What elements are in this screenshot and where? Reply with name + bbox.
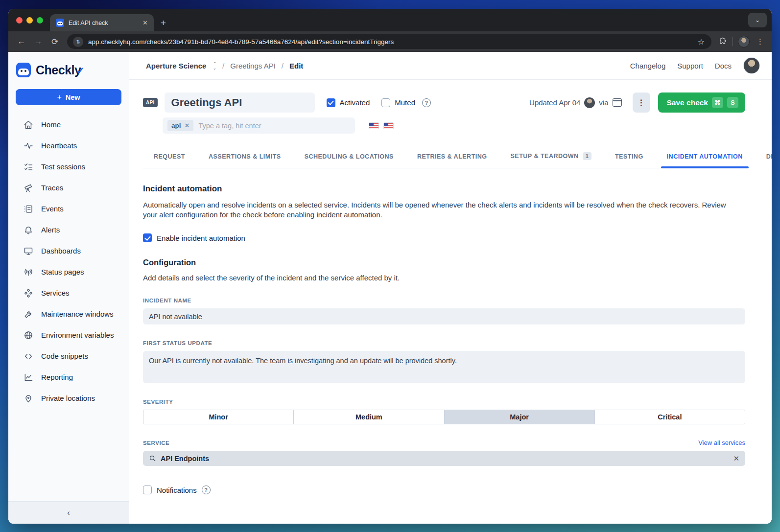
incident-name-label: INCIDENT NAME bbox=[143, 298, 745, 303]
browser-profile-avatar[interactable] bbox=[738, 36, 750, 47]
sidebar-item-test-sessions[interactable]: Test sessions bbox=[8, 156, 129, 177]
changelog-link[interactable]: Changelog bbox=[630, 62, 666, 70]
sidebar-item-reporting[interactable]: Reporting bbox=[8, 367, 129, 388]
severity-option-medium[interactable]: Medium bbox=[293, 410, 444, 424]
tab-scheduling-locations[interactable]: SCHEDULING & LOCATIONS bbox=[304, 148, 395, 168]
muted-help-icon[interactable]: ? bbox=[422, 98, 431, 107]
setup-teardown-count-badge: 1 bbox=[583, 152, 591, 160]
notifications-row[interactable]: Notifications ? bbox=[143, 486, 745, 494]
account-switcher-chevrons-icon[interactable]: ⌃⌃ bbox=[213, 62, 216, 69]
sidebar-item-dashboards[interactable]: Dashboards bbox=[8, 240, 129, 261]
notifications-checkbox[interactable] bbox=[143, 486, 152, 494]
incident-name-input[interactable] bbox=[143, 308, 745, 324]
services-diamonds-icon bbox=[24, 288, 33, 298]
check-header-actions: Updated Apr 04 via ⋮ Save check ⌘ S bbox=[529, 93, 745, 113]
tab-assertions-limits[interactable]: ASSERTIONS & LIMITS bbox=[208, 148, 282, 168]
tab-incident-automation[interactable]: INCIDENT AUTOMATION bbox=[666, 148, 744, 168]
first-status-update-textarea[interactable]: Our API is currently not available. The … bbox=[143, 351, 745, 383]
enable-incident-automation-checkbox[interactable] bbox=[143, 233, 152, 242]
sidebar-item-private-locations[interactable]: Private locations bbox=[8, 388, 129, 409]
checkmark-icon: ✓ bbox=[76, 65, 84, 76]
sidebar-item-heartbeats[interactable]: Heartbeats bbox=[8, 135, 129, 156]
severity-option-critical[interactable]: Critical bbox=[594, 410, 745, 424]
section-description: Automatically open and resolve incidents… bbox=[143, 200, 738, 220]
tab-testing[interactable]: TESTING bbox=[614, 148, 644, 168]
extensions-puzzle-icon[interactable] bbox=[718, 37, 728, 46]
sidebar-item-services[interactable]: Services bbox=[8, 282, 129, 303]
checkly-logo[interactable]: Checkly✓ bbox=[8, 52, 129, 85]
tab-request[interactable]: REQUEST bbox=[153, 148, 186, 168]
sidebar-nav: Home Heartbeats Test sessions Traces bbox=[8, 114, 129, 501]
tab-search-chevron-icon[interactable]: ⌄ bbox=[748, 13, 767, 27]
check-name-input[interactable] bbox=[165, 93, 315, 113]
enable-incident-automation-row[interactable]: Enable incident automation bbox=[143, 233, 745, 242]
desktop-background: Edit API check ✕ + ⌄ ← → ⟳ ⇅ app.checkly… bbox=[0, 0, 780, 532]
url-text[interactable]: app.checklyhq.com/checks/23b4791b-bd70-4… bbox=[88, 38, 692, 46]
new-button[interactable]: + New bbox=[16, 89, 121, 105]
severity-option-minor[interactable]: Minor bbox=[143, 410, 293, 424]
check-header-row: API Activated Muted ? bbox=[143, 93, 745, 113]
notifications-help-icon[interactable]: ? bbox=[202, 486, 211, 494]
bell-icon bbox=[24, 225, 33, 235]
docs-link[interactable]: Docs bbox=[715, 62, 732, 70]
sidebar-item-code-snippets[interactable]: Code snippets bbox=[8, 346, 129, 367]
tab-retries-alerting[interactable]: RETRIES & ALERTING bbox=[416, 148, 488, 168]
reload-icon[interactable]: ⟳ bbox=[47, 34, 62, 49]
check-edit-tabs: REQUEST ASSERTIONS & LIMITS SCHEDULING &… bbox=[143, 147, 745, 168]
code-brackets-icon bbox=[24, 351, 33, 361]
check-type-badge: API bbox=[143, 98, 158, 107]
more-actions-button[interactable]: ⋮ bbox=[633, 93, 650, 113]
wrench-icon bbox=[24, 309, 33, 319]
tab-setup-teardown[interactable]: SETUP & TEARDOWN 1 bbox=[510, 147, 592, 168]
user-avatar[interactable] bbox=[743, 57, 760, 74]
tag-placeholder: Type a tag, hit enter bbox=[198, 122, 261, 130]
location-pin-icon bbox=[24, 393, 33, 403]
bookmark-star-icon[interactable]: ☆ bbox=[697, 37, 706, 46]
sidebar-item-traces[interactable]: Traces bbox=[8, 177, 129, 198]
address-bar[interactable]: ⇅ app.checklyhq.com/checks/23b4791b-bd70… bbox=[67, 34, 711, 49]
sidebar: Checkly✓ + New Home Heartbeats bbox=[8, 52, 129, 524]
view-all-services-link[interactable]: View all services bbox=[698, 439, 745, 446]
minimize-window-button[interactable] bbox=[26, 17, 33, 23]
breadcrumb-check-link[interactable]: Greetings API bbox=[230, 62, 276, 70]
support-link[interactable]: Support bbox=[677, 62, 703, 70]
service-label: SERVICE bbox=[143, 440, 169, 446]
severity-label: SEVERITY bbox=[143, 399, 745, 405]
remove-tag-icon[interactable]: ✕ bbox=[185, 122, 190, 129]
service-label-row: SERVICE View all services bbox=[143, 439, 745, 446]
breadcrumb: Aperture Science ⌃⌃ / Greetings API / Ed… bbox=[146, 62, 303, 70]
sidebar-item-events[interactable]: Events bbox=[8, 198, 129, 219]
forward-icon[interactable]: → bbox=[31, 34, 46, 49]
activated-checkbox[interactable] bbox=[327, 98, 335, 107]
account-switcher[interactable]: Aperture Science bbox=[146, 62, 206, 70]
close-window-button[interactable] bbox=[16, 17, 23, 23]
clear-service-icon[interactable]: ✕ bbox=[733, 454, 739, 463]
service-select-input[interactable]: API Endpoints ✕ bbox=[143, 451, 745, 466]
zoom-window-button[interactable] bbox=[37, 17, 43, 23]
cmd-key-badge: ⌘ bbox=[712, 97, 723, 108]
tab-delete[interactable]: DELETE bbox=[765, 148, 772, 168]
browser-menu-icon[interactable]: ⋮ bbox=[755, 37, 766, 46]
back-icon[interactable]: ← bbox=[14, 34, 29, 49]
checklist-icon bbox=[24, 162, 33, 172]
sidebar-item-maintenance-windows[interactable]: Maintenance windows bbox=[8, 303, 129, 324]
sidebar-item-environment-variables[interactable]: Environment variables bbox=[8, 324, 129, 346]
activated-toggle[interactable]: Activated bbox=[327, 98, 370, 107]
save-check-button[interactable]: Save check ⌘ S bbox=[658, 93, 745, 113]
browser-tab[interactable]: Edit API check ✕ bbox=[50, 14, 154, 31]
main-area: Aperture Science ⌃⌃ / Greetings API / Ed… bbox=[129, 52, 772, 524]
site-info-icon[interactable]: ⇅ bbox=[73, 37, 83, 47]
tag-row: api ✕ Type a tag, hit enter bbox=[143, 117, 745, 134]
severity-option-major[interactable]: Major bbox=[444, 410, 594, 424]
sidebar-collapse-bar[interactable]: ‹ bbox=[8, 501, 129, 524]
tag-input[interactable]: api ✕ Type a tag, hit enter bbox=[163, 117, 355, 134]
chart-line-icon bbox=[24, 372, 33, 382]
sidebar-item-alerts[interactable]: Alerts bbox=[8, 219, 129, 240]
sidebar-item-home[interactable]: Home bbox=[8, 114, 129, 135]
new-tab-button[interactable]: + bbox=[154, 14, 173, 31]
tab-close-icon[interactable]: ✕ bbox=[142, 19, 149, 26]
service-value: API Endpoints bbox=[161, 455, 729, 463]
sidebar-item-status-pages[interactable]: Status pages bbox=[8, 261, 129, 282]
muted-checkbox[interactable] bbox=[381, 98, 390, 107]
muted-toggle[interactable]: Muted bbox=[381, 98, 415, 107]
